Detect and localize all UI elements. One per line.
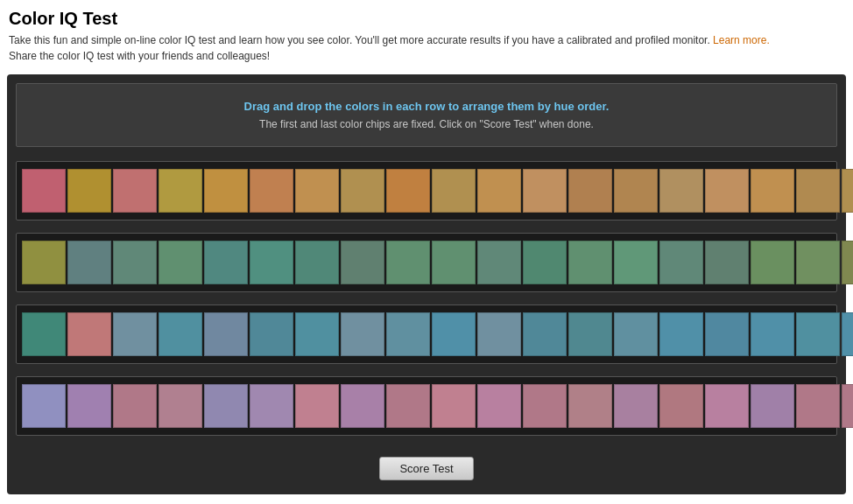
color-chip-r1-c17[interactable] bbox=[751, 169, 794, 213]
color-chip-r3-c15[interactable] bbox=[659, 312, 703, 356]
instruction-line2: The first and last color chips are fixed… bbox=[34, 118, 819, 130]
color-chip-r1-c9[interactable] bbox=[386, 169, 430, 213]
color-chip-r2-c10[interactable] bbox=[432, 241, 476, 284]
color-chip-r4-c4[interactable] bbox=[159, 384, 202, 428]
color-chip-r4-c10[interactable] bbox=[432, 384, 476, 428]
color-chip-r2-c3[interactable] bbox=[113, 241, 157, 284]
page-header: Color IQ Test Take this fun and simple o… bbox=[0, 0, 853, 69]
page-description: Take this fun and simple on-line color I… bbox=[9, 32, 844, 64]
color-chip-r3-c5[interactable] bbox=[204, 312, 248, 356]
color-chip-r2-c13[interactable] bbox=[568, 241, 612, 284]
color-chip-r2-c18[interactable] bbox=[796, 241, 840, 284]
color-chip-r2-c2[interactable] bbox=[67, 241, 111, 284]
color-chip-r1-c14[interactable] bbox=[614, 169, 658, 213]
color-chip-r2-c8[interactable] bbox=[341, 241, 384, 284]
color-chip-r2-c17[interactable] bbox=[751, 241, 794, 284]
color-row-3 bbox=[22, 312, 831, 356]
color-chip-r2-c11[interactable] bbox=[477, 241, 521, 284]
color-chip-r1-c10[interactable] bbox=[432, 169, 476, 213]
color-chip-r4-c17[interactable] bbox=[751, 384, 794, 428]
color-chip-r3-c18[interactable] bbox=[796, 312, 840, 356]
instruction-line1: Drag and drop the colors in each row to … bbox=[34, 100, 819, 113]
color-chip-r2-c12[interactable] bbox=[523, 241, 567, 284]
color-chip-r2-c14[interactable] bbox=[614, 241, 658, 284]
description-text1: Take this fun and simple on-line color I… bbox=[9, 34, 710, 46]
color-chip-r3-c19[interactable] bbox=[842, 312, 853, 356]
color-row-wrapper-2 bbox=[16, 233, 837, 292]
color-chip-r3-c3[interactable] bbox=[113, 312, 157, 356]
color-chip-r2-c7[interactable] bbox=[295, 241, 339, 284]
color-chip-r4-c14[interactable] bbox=[614, 384, 658, 428]
color-row-wrapper-3 bbox=[16, 304, 837, 364]
color-chip-r3-c12[interactable] bbox=[523, 312, 567, 356]
color-chip-r3-c4[interactable] bbox=[159, 312, 202, 356]
color-chip-r2-c1 bbox=[22, 241, 66, 284]
color-chip-r3-c1 bbox=[22, 312, 66, 356]
color-chip-r3-c10[interactable] bbox=[432, 312, 476, 356]
color-chip-r3-c11[interactable] bbox=[477, 312, 521, 356]
color-chip-r2-c5[interactable] bbox=[204, 241, 248, 284]
score-button-row: Score Test bbox=[16, 448, 837, 486]
color-row-1 bbox=[22, 169, 831, 213]
color-chip-r4-c3[interactable] bbox=[113, 384, 157, 428]
color-chip-r2-c16[interactable] bbox=[705, 241, 749, 284]
color-chip-r1-c4[interactable] bbox=[159, 169, 202, 213]
color-chip-r4-c7[interactable] bbox=[295, 384, 339, 428]
color-chip-r4-c19[interactable] bbox=[842, 384, 853, 428]
color-chip-r2-c9[interactable] bbox=[386, 241, 430, 284]
color-chip-r4-c9[interactable] bbox=[386, 384, 430, 428]
color-chip-r1-c12[interactable] bbox=[523, 169, 567, 213]
color-chip-r1-c3[interactable] bbox=[113, 169, 157, 213]
score-test-button[interactable]: Score Test bbox=[379, 457, 473, 480]
color-rows-container bbox=[16, 161, 837, 436]
color-chip-r1-c8[interactable] bbox=[341, 169, 384, 213]
color-chip-r1-c6[interactable] bbox=[250, 169, 293, 213]
color-chip-r1-c13[interactable] bbox=[568, 169, 612, 213]
color-chip-r1-c1 bbox=[22, 169, 66, 213]
color-chip-r3-c9[interactable] bbox=[386, 312, 430, 356]
main-container: Drag and drop the colors in each row to … bbox=[7, 74, 846, 494]
color-chip-r3-c14[interactable] bbox=[614, 312, 658, 356]
color-chip-r3-c16[interactable] bbox=[705, 312, 749, 356]
color-row-2 bbox=[22, 241, 831, 284]
color-chip-r3-c13[interactable] bbox=[568, 312, 612, 356]
color-chip-r4-c16[interactable] bbox=[705, 384, 749, 428]
color-chip-r4-c8[interactable] bbox=[341, 384, 384, 428]
color-chip-r3-c7[interactable] bbox=[295, 312, 339, 356]
color-chip-r1-c11[interactable] bbox=[477, 169, 521, 213]
color-row-4 bbox=[22, 384, 831, 428]
color-chip-r4-c11[interactable] bbox=[477, 384, 521, 428]
color-row-wrapper-1 bbox=[16, 161, 837, 220]
color-chip-r2-c19[interactable] bbox=[842, 241, 853, 284]
color-chip-r4-c5[interactable] bbox=[204, 384, 248, 428]
color-chip-r3-c8[interactable] bbox=[341, 312, 384, 356]
color-chip-r4-c2[interactable] bbox=[67, 384, 111, 428]
color-chip-r3-c2[interactable] bbox=[67, 312, 111, 356]
color-chip-r2-c4[interactable] bbox=[159, 241, 202, 284]
color-chip-r1-c15[interactable] bbox=[659, 169, 703, 213]
color-chip-r2-c6[interactable] bbox=[250, 241, 293, 284]
instruction-box: Drag and drop the colors in each row to … bbox=[16, 83, 837, 147]
color-chip-r4-c6[interactable] bbox=[250, 384, 293, 428]
color-chip-r3-c17[interactable] bbox=[751, 312, 794, 356]
color-chip-r2-c15[interactable] bbox=[659, 241, 703, 284]
learn-more-link[interactable]: Learn more. bbox=[713, 34, 770, 46]
color-chip-r1-c2[interactable] bbox=[67, 169, 111, 213]
color-chip-r4-c15[interactable] bbox=[659, 384, 703, 428]
color-chip-r1-c16[interactable] bbox=[705, 169, 749, 213]
color-chip-r4-c12[interactable] bbox=[523, 384, 567, 428]
color-chip-r1-c19[interactable] bbox=[842, 169, 853, 213]
color-chip-r3-c6[interactable] bbox=[250, 312, 293, 356]
page-title: Color IQ Test bbox=[9, 9, 844, 29]
color-chip-r4-c13[interactable] bbox=[568, 384, 612, 428]
description-text2: Share the color IQ test with your friend… bbox=[9, 50, 270, 62]
color-chip-r1-c7[interactable] bbox=[295, 169, 339, 213]
color-chip-r4-c1 bbox=[22, 384, 66, 428]
color-chip-r1-c5[interactable] bbox=[204, 169, 248, 213]
color-chip-r1-c18[interactable] bbox=[796, 169, 840, 213]
color-row-wrapper-4 bbox=[16, 376, 837, 436]
color-chip-r4-c18[interactable] bbox=[796, 384, 840, 428]
